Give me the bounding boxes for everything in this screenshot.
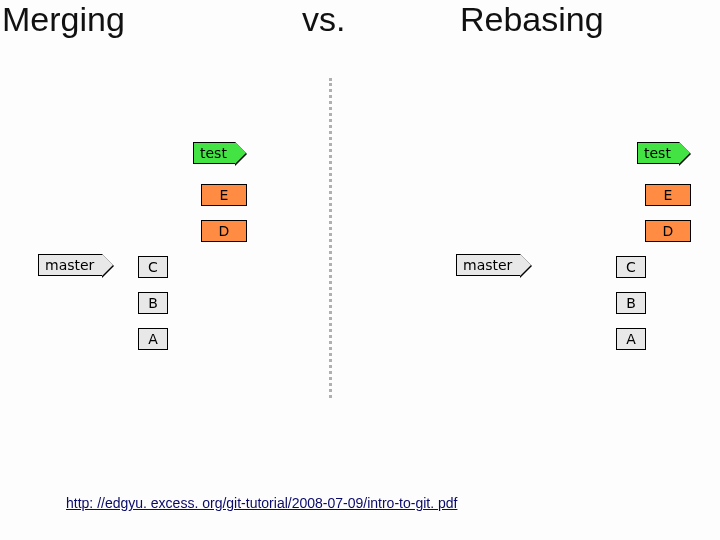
branch-test-left: test — [193, 142, 236, 164]
svg-line-2 — [164, 242, 218, 342]
title-vs: vs. — [302, 0, 345, 39]
commit-d-left: D — [201, 220, 247, 242]
title-merging: Merging — [2, 0, 125, 39]
commit-e-right: E — [645, 184, 691, 206]
title-rebasing: Rebasing — [460, 0, 604, 39]
commit-e-left: E — [201, 184, 247, 206]
svg-line-8 — [648, 242, 662, 254]
commit-d-right: D — [645, 220, 691, 242]
vertical-divider — [329, 78, 332, 398]
commit-a-right: A — [616, 328, 646, 350]
commit-b-left: B — [138, 292, 168, 314]
commit-a-left: A — [138, 328, 168, 350]
commit-c-left: C — [138, 256, 168, 278]
branch-master-right: master — [456, 254, 521, 276]
branch-test-right: test — [637, 142, 680, 164]
commit-c-right: C — [616, 256, 646, 278]
branch-master-left: master — [38, 254, 103, 276]
commit-b-right: B — [616, 292, 646, 314]
source-link[interactable]: http: //edgyu. excess. org/git-tutorial/… — [66, 495, 457, 511]
